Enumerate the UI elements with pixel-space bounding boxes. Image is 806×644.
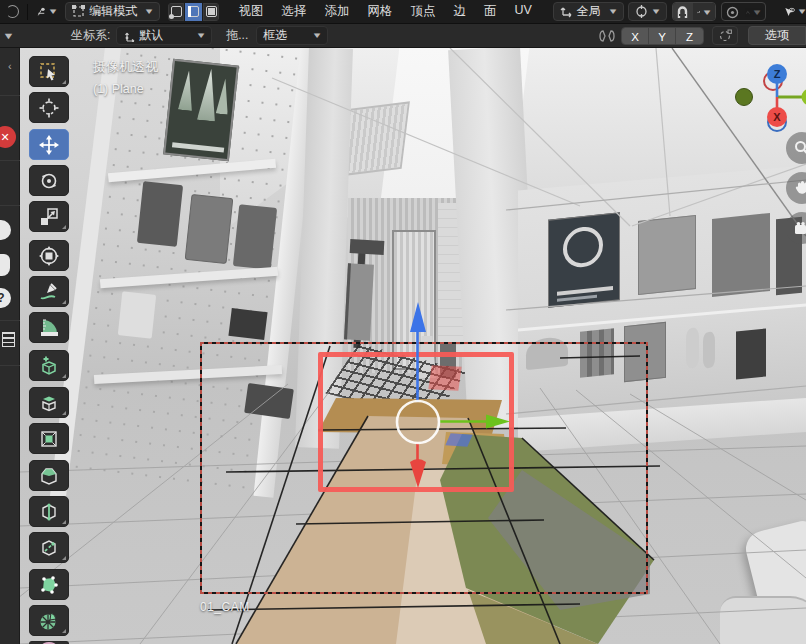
orientation-icon [560, 5, 573, 18]
grid-panel-icon[interactable] [2, 332, 15, 347]
chevron-down-icon: ▼ [196, 31, 207, 40]
chevron-down-icon: ▼ [650, 7, 661, 16]
scene-linework [20, 48, 806, 644]
editor-type-button[interactable]: ▼ [33, 2, 62, 21]
pivot-dropdown[interactable]: ▼ [628, 2, 667, 21]
camera-frame-bottom[interactable] [200, 592, 648, 594]
orientation-label: 全局 [577, 3, 605, 20]
snap-toggle-button[interactable] [673, 3, 693, 21]
tool-orientation-dropdown[interactable]: 默认 ▼ [116, 26, 212, 45]
menu-add[interactable]: 添加 [315, 3, 358, 20]
dashed-circle-icon [719, 29, 732, 42]
tool-scale[interactable] [29, 201, 69, 232]
drag-mode-value: 框选 [263, 27, 309, 44]
menu-edge[interactable]: 边 [444, 3, 475, 20]
left-edge-panel: ‹ ✕ ? [0, 48, 20, 644]
nav-axis-gizmo[interactable]: Z X [732, 56, 806, 136]
tool-spin[interactable] [29, 605, 69, 636]
options-label: 选项 [765, 27, 789, 44]
menu-mesh[interactable]: 网格 [358, 3, 401, 20]
menu-face[interactable]: 面 [475, 3, 506, 20]
help-icon[interactable]: ? [0, 288, 11, 308]
proportional-edit-icon [726, 6, 739, 19]
tool-move[interactable] [29, 129, 69, 160]
axis-ball-y-pos[interactable] [802, 89, 806, 106]
collapse-left-icon[interactable]: ‹ [8, 60, 12, 72]
edge-select-mode-button[interactable] [185, 3, 201, 21]
view-perspective-label: 摄像机透视 [93, 58, 158, 76]
camera-frame-right[interactable] [646, 342, 648, 594]
orientation-dropdown[interactable]: 全局 ▼ [553, 2, 624, 21]
magnifier-icon [794, 140, 806, 156]
face-mode-icon [206, 6, 217, 17]
drag-mode-dropdown[interactable]: 框选 ▼ [256, 26, 328, 45]
chevron-down-icon: ▼ [48, 7, 59, 16]
chevron-down-icon: ▼ [702, 8, 713, 17]
chevron-down-icon: ▼ [607, 7, 618, 16]
hand-tool-icon[interactable] [0, 254, 10, 276]
pivot-icon [635, 5, 648, 18]
axis-z-label: Z [774, 68, 781, 80]
camera-name-label: 01_CAM [200, 600, 250, 614]
tool-knife[interactable] [29, 532, 69, 563]
snap-settings-dropdown[interactable]: ▼ [693, 3, 716, 21]
camera-icon [794, 222, 806, 235]
tool-measure[interactable] [29, 312, 69, 343]
tool-settings-bar: ▼ 坐标系: 默认 ▼ 拖... 框选 ▼ X Y Z 选项 [0, 24, 806, 48]
menu-vertex[interactable]: 顶点 [401, 3, 444, 20]
face-select-mode-button[interactable] [203, 3, 219, 21]
hand-icon [795, 180, 806, 196]
visibility-dropdown[interactable]: ▼ [784, 2, 806, 21]
tool-select-box[interactable] [29, 56, 69, 87]
tool-annotate[interactable] [29, 276, 69, 307]
tool-bevel[interactable] [29, 460, 69, 491]
active-object-label: (1) Plane [93, 82, 144, 96]
drag-label: 拖... [226, 27, 248, 44]
mirror-x-button[interactable]: X [622, 28, 649, 45]
tool-add-cube[interactable] [29, 350, 69, 381]
tool-extrude-region[interactable] [29, 387, 69, 418]
viewport-3d[interactable]: 01_CAM 摄像机透视 (1) Plane Z X [20, 48, 806, 644]
mirror-y-button[interactable]: Y [649, 28, 676, 45]
mode-label: 编辑模式 [89, 3, 141, 20]
mode-dropdown[interactable]: 编辑模式 ▼ [65, 2, 160, 21]
viewport-header: ▼ 编辑模式 ▼ 视图 选择 添加 网格 顶点 边 面 UV 全局 ▼ [0, 0, 806, 24]
mirror-icon [598, 29, 616, 43]
axis-x-label: X [773, 111, 781, 123]
correct-face-attributes-button[interactable] [712, 26, 738, 45]
menu-select[interactable]: 选择 [272, 3, 315, 20]
camera-frame-left[interactable] [200, 342, 202, 594]
tool-inset-faces[interactable] [29, 423, 69, 454]
tool-cursor[interactable] [29, 92, 69, 123]
tool-poly-build[interactable] [29, 569, 69, 600]
tool-orientation-value: 默认 [139, 27, 193, 44]
selected-plane-outline[interactable] [318, 352, 514, 492]
vertex-select-mode-button[interactable] [168, 3, 184, 21]
selected-face-marker [428, 365, 461, 391]
circle-tool-icon[interactable] [0, 220, 11, 240]
camera-frame-top[interactable] [200, 342, 648, 344]
falloff-dropdown[interactable]: ▼ [742, 3, 765, 21]
proportional-edit-button[interactable] [722, 3, 742, 21]
menu-view[interactable]: 视图 [229, 3, 272, 20]
options-button[interactable]: 选项 [748, 26, 806, 45]
vertex-mode-icon [171, 6, 182, 17]
corner-editor-icon[interactable] [2, 2, 22, 21]
magnet-icon [676, 6, 689, 19]
orientation-setting-label: 坐标系: [71, 27, 110, 44]
tool-transform[interactable] [29, 240, 69, 271]
chevron-down-icon: ▼ [751, 8, 762, 17]
collapse-chevron-icon[interactable]: ▼ [2, 31, 14, 41]
editor-type-icon [37, 5, 48, 19]
tool-loop-cut[interactable] [29, 496, 69, 527]
tool-rotate[interactable] [29, 165, 69, 196]
wall-seams [506, 180, 806, 414]
chevron-down-icon: ▼ [312, 31, 323, 40]
close-icon[interactable]: ✕ [0, 126, 16, 148]
edge-mode-icon [188, 6, 199, 17]
edit-mode-icon [72, 5, 85, 18]
menu-uv[interactable]: UV [505, 3, 540, 20]
falloff-curve-icon [746, 7, 750, 18]
mirror-z-button[interactable]: Z [676, 28, 703, 45]
axis-ball-y-neg[interactable] [736, 89, 753, 106]
